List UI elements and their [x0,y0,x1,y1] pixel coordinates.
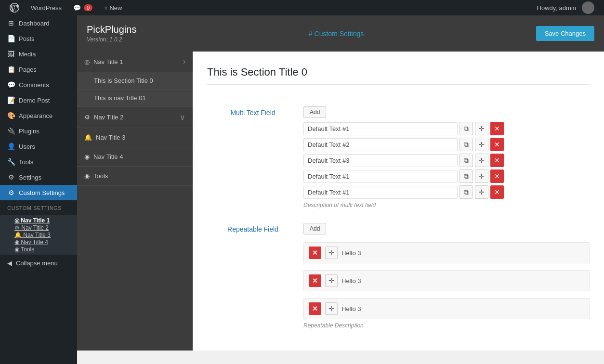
multi-text-delete-btn-2[interactable]: ✕ [490,138,504,151]
nav-title-3-icon: 🔔 [84,134,92,141]
comments-icon: 💬 [7,81,15,89]
multi-text-item-5: ⧉ ✛ ✕ [303,185,590,199]
section-title: This is Section Title 0 [207,66,590,85]
plugin-nav-item-tools[interactable]: ◉ Tools [77,167,193,186]
sidebar-item-appearance[interactable]: 🎨Appearance [0,108,77,123]
repeatable-field-row: Repeatable Field Add ✕ ✛ Hello 3 [207,216,590,336]
repeatable-add-button[interactable]: Add [303,223,326,234]
sidebar-item-comments[interactable]: 💬Comments [0,77,77,92]
repeatable-delete-btn-2[interactable]: ✕ [309,274,321,287]
multi-text-input-5[interactable] [303,186,458,199]
plugin-tab-label: # Custom Settings [309,30,364,38]
comment-icon: 💬 [73,4,81,12]
multi-text-delete-btn-3[interactable]: ✕ [490,154,504,167]
repeatable-delete-btn-1[interactable]: ✕ [309,247,321,259]
media-icon: 🖼 [7,50,15,58]
multi-text-move-btn-4[interactable]: ✛ [475,169,488,183]
sidebar-item-custom-settings[interactable]: ⚙Custom Settings [0,185,77,200]
repeatable-item-3: ✕ ✛ Hello 3 [303,298,590,319]
repeatable-move-btn-3[interactable]: ✛ [325,302,338,315]
users-icon: 👤 [7,143,15,150]
custom-settings-submenu: ◎ Nav Title 1 ⚙ Nav Title 2 🔔 Nav Title … [0,215,77,255]
sidebar-item-posts[interactable]: 📄Posts [0,31,77,46]
nav-title-1-icon: ◎ [84,58,90,65]
multi-text-move-btn-2[interactable]: ✛ [475,138,488,151]
sidebar-item-settings[interactable]: ⚙Settings [0,169,77,185]
dashboard-icon: ⊞ [7,19,15,27]
sidebar-item-tools[interactable]: 🔧Tools [0,154,77,169]
multi-text-copy-btn-3[interactable]: ⧉ [460,154,473,167]
sidebar-item-demo-post[interactable]: 📝Demo Post [0,92,77,108]
multi-text-field-row: Multi Text Field Add ⧉ ✛ ✕ [207,99,590,216]
multi-text-input-4[interactable] [303,170,458,183]
save-changes-button[interactable]: Save Changes [536,26,594,41]
repeatable-item-2: ✕ ✛ Hello 3 [303,270,590,291]
custom-settings-submenu-header: Custom Settings ◎ Nav Title 1 ⚙ Nav Titl… [0,201,77,272]
pages-icon: 📋 [7,65,15,73]
plugin-nav-subitem-nav-title-01[interactable]: This is nav Title 01 [77,90,193,107]
multi-text-move-btn-1[interactable]: ✛ [475,122,488,135]
sidebar-item-plugins[interactable]: 🔌Plugins [0,123,77,139]
multi-text-delete-btn-5[interactable]: ✕ [490,185,504,199]
multi-text-copy-btn-2[interactable]: ⧉ [460,138,473,151]
multi-text-field-label: Multi Text Field [207,99,303,216]
multi-text-move-btn-3[interactable]: ✛ [475,154,488,167]
tools-icon: 🔧 [7,158,15,166]
repeatable-move-btn-2[interactable]: ✛ [325,274,338,287]
comments-count-badge: 0 [84,4,92,11]
plugin-nav-item-nav-title-1[interactable]: ◎ Nav Title 1 › [77,52,193,72]
plugin-body: ◎ Nav Title 1 › This is Section Title 0 … [77,52,604,351]
nav-title-2-chevron-down-icon: ∨ [180,113,185,122]
tools-nav-icon: ◉ [84,172,90,180]
plugin-nav-subitem-section-title-0[interactable]: This is Section Title 0 [77,72,193,90]
plugin-nav-item-nav-title-4[interactable]: ◉ Nav Title 4 [77,147,193,167]
multi-text-input-3[interactable] [303,154,458,167]
multi-text-field-cell: Add ⧉ ✛ ✕ [303,99,590,216]
plugin-header: PickPlugins Version: 1.0.2 # Custom Sett… [77,15,604,52]
adminbar-wp-logo[interactable] [5,0,24,15]
sidebar-item-dashboard[interactable]: ⊞Dashboard [0,15,77,31]
repeatable-field-cell: Add ✕ ✛ Hello 3 ✕ [303,216,590,336]
adminbar-comments[interactable]: 💬 0 [68,0,97,15]
plugin-nav: ◎ Nav Title 1 › This is Section Title 0 … [77,52,193,351]
adminbar-howdy[interactable]: Howdy, admin [532,0,599,15]
nav-title-4-icon: ◉ [84,153,90,160]
repeatable-spacer-1 [303,266,590,270]
collapse-menu-button[interactable]: ◀ Collapse menu [0,255,77,272]
avatar [582,1,594,14]
sidebar-item-pages[interactable]: 📋Pages [0,62,77,77]
repeatable-text-2: Hello 3 [341,277,361,285]
multi-text-delete-btn-4[interactable]: ✕ [490,169,504,183]
multi-text-input-2[interactable] [303,138,458,151]
multi-text-move-btn-5[interactable]: ✛ [475,185,488,199]
plugin-nav-item-nav-title-3[interactable]: 🔔 Nav Title 3 [77,128,193,147]
settings-icon: ⚙ [7,173,15,181]
multi-text-item-1: ⧉ ✛ ✕ [303,122,590,135]
repeatable-move-btn-1[interactable]: ✛ [325,247,338,259]
submenu-item-tools[interactable]: ◉ Tools [0,246,77,253]
multi-text-add-button[interactable]: Add [303,106,326,118]
adminbar-new[interactable]: + New [99,0,127,15]
content-area: This is Section Title 0 Multi Text Field… [193,52,604,351]
multi-text-copy-btn-4[interactable]: ⧉ [460,169,473,183]
multi-text-copy-btn-5[interactable]: ⧉ [460,185,473,199]
sidebar-item-users[interactable]: 👤Users [0,139,77,154]
plugin-nav-item-nav-title-2[interactable]: ⚙ Nav Title 2 ∨ [77,107,193,128]
multi-text-item-2: ⧉ ✛ ✕ [303,138,590,151]
repeatable-delete-btn-3[interactable]: ✕ [309,302,321,315]
repeatable-spacer-2 [303,294,590,298]
repeatable-items: ✕ ✛ Hello 3 ✕ ✛ Hello 3 [303,242,590,319]
repeatable-item-1: ✕ ✛ Hello 3 [303,242,590,263]
multi-text-copy-btn-1[interactable]: ⧉ [460,122,473,135]
multi-text-item-4: ⧉ ✛ ✕ [303,169,590,183]
repeatable-text-1: Hello 3 [341,249,361,257]
nav-title-1-chevron-right-icon: › [183,57,185,66]
plugins-icon: 🔌 [7,127,15,135]
sidebar-item-media[interactable]: 🖼Media [0,46,77,62]
appearance-icon: 🎨 [7,112,15,119]
multi-text-input-1[interactable] [303,122,458,135]
adminbar-site-name[interactable]: WordPress [26,0,66,15]
repeatable-text-3: Hello 3 [341,305,361,312]
multi-text-delete-btn-1[interactable]: ✕ [490,122,504,135]
demo-post-icon: 📝 [7,96,15,104]
